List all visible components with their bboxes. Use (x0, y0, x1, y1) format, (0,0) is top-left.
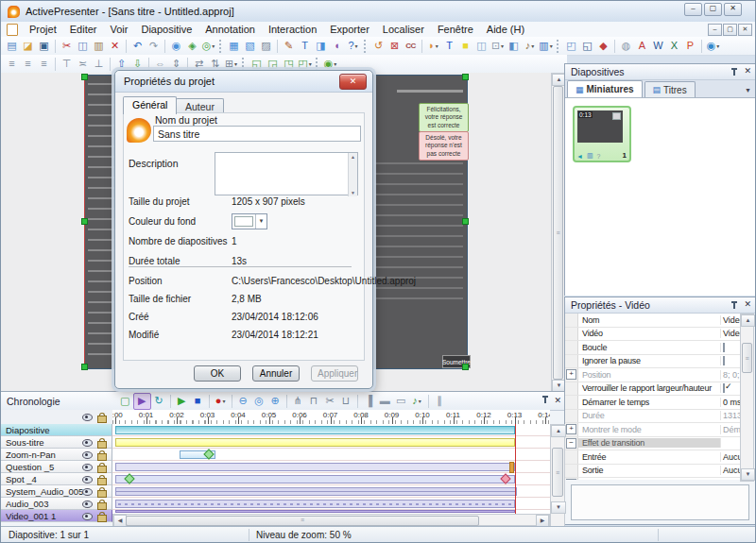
orange-tick-marker[interactable] (509, 462, 514, 473)
tl-mute-button[interactable]: ▭ (393, 394, 409, 409)
scroll-up-icon[interactable]: ▲ (552, 74, 564, 86)
property-montrer-le-mode[interactable]: +Montrer le modeDémar (565, 423, 753, 437)
minimize-button[interactable]: ‒ (684, 3, 702, 16)
close-button[interactable]: ✕ (724, 3, 742, 16)
annuler-button[interactable]: Annuler (252, 365, 300, 382)
zoom-fit-button[interactable]: ◈ (184, 39, 200, 54)
expander-icon[interactable]: − (566, 479, 576, 480)
zoom-select-dropdown-icon[interactable]: ▾ (212, 42, 215, 49)
toolbar-grip[interactable] (557, 40, 559, 53)
tab-titres[interactable]: ▤Titres (644, 81, 696, 97)
track-question-5[interactable]: Question _5 (1, 461, 112, 473)
track-spot-4[interactable]: Spot _4 (1, 473, 112, 485)
track-visibility-icon[interactable] (82, 501, 93, 508)
pin-icon[interactable] (730, 301, 738, 309)
menu-diapositive[interactable]: Diapositive (134, 23, 198, 36)
track-visibility-icon[interactable] (82, 488, 93, 496)
property-nom[interactable]: NomVideo_0 (565, 314, 753, 328)
text-caption-button[interactable]: T (441, 39, 457, 54)
cut-button[interactable]: ✂ (59, 39, 75, 54)
property-vid-o[interactable]: VidéoVideo_0 (565, 328, 753, 342)
timeline-bar-sous-titre[interactable] (115, 438, 515, 447)
track-diapositive[interactable]: Diapositive (1, 424, 112, 436)
record-screen-button[interactable]: ✎ (281, 39, 297, 54)
snap-grid-dropdown-icon[interactable]: ▾ (234, 60, 237, 67)
show-all-tracks-icon[interactable] (82, 414, 93, 421)
mdi-restore-button[interactable]: ▢ (723, 24, 737, 36)
track-visibility-icon[interactable] (82, 476, 93, 484)
ok-button[interactable]: OK (194, 365, 241, 382)
align-middle-button[interactable]: ≍ (75, 57, 91, 72)
tl-insert-time-button[interactable]: ⊔ (338, 394, 354, 409)
scroll-up-icon[interactable]: ▲ (351, 154, 355, 160)
timeline-vertical-scrollbar[interactable]: ▲ ≡ ▼ (550, 424, 565, 528)
timeline-horizontal-scrollbar[interactable]: ◀ ≡ ▶ (112, 514, 550, 526)
align-bottom-button[interactable]: ⊥ (91, 57, 107, 72)
order-dropdown-icon[interactable]: ▾ (309, 60, 312, 67)
expander-icon[interactable]: + (566, 424, 576, 434)
help-dropdown-icon[interactable]: ▾ (355, 42, 358, 49)
tl-preview-slide-button[interactable]: ▢ (117, 394, 133, 409)
export-html-button[interactable]: ◍ (618, 39, 634, 54)
scroll-down-icon[interactable]: ▼ (741, 468, 755, 481)
selection-handle[interactable] (462, 364, 469, 370)
menu-interaction[interactable]: Interaction (262, 23, 323, 36)
timeline-bar-video-001-1[interactable] (115, 510, 515, 513)
preview-button[interactable]: ◉▾ (705, 39, 721, 54)
track-visibility-icon[interactable] (82, 451, 93, 459)
audio-dropdown-icon[interactable]: ▾ (531, 42, 534, 49)
tab-general[interactable]: Général (123, 96, 177, 114)
timeline-ruler[interactable]: 0:000:010:020:030:040:050:060:070:080:09… (112, 410, 550, 425)
scroll-up-icon[interactable]: ▲ (551, 425, 566, 437)
closed-captions-button[interactable]: CC (403, 39, 419, 54)
selection-handle[interactable] (81, 74, 88, 80)
timeline-bar-audio-003[interactable] (115, 500, 515, 508)
stop-capture-button[interactable]: ⊠ (387, 39, 403, 54)
tab-auteur[interactable]: Auteur (176, 98, 224, 113)
dialog-close-button[interactable]: ✕ (339, 74, 367, 90)
selection-handle[interactable] (81, 218, 88, 225)
export-video-button[interactable]: ◰ (563, 39, 579, 54)
track-zoom-n-pan[interactable]: Zoom-n-Pan (1, 449, 112, 461)
scroll-thumb[interactable]: ≡ (126, 516, 479, 526)
tl-snap-button[interactable]: ∥ (432, 394, 448, 409)
tl-join-button[interactable]: ⊓ (306, 394, 322, 409)
crop-dropdown-icon[interactable]: ▾ (501, 42, 504, 49)
feedback-correct-callout[interactable]: Félicitations, votre réponse est correct… (419, 103, 469, 132)
lock-all-tracks-icon[interactable] (97, 416, 107, 423)
track-sous-titre[interactable]: Sous-titre (1, 436, 112, 449)
scroll-thumb[interactable]: ≡ (553, 86, 563, 380)
close-icon[interactable]: ✕ (554, 396, 561, 405)
selection-handle[interactable] (81, 364, 88, 370)
expander-icon[interactable]: + (566, 369, 576, 380)
property-grid-scrollbar[interactable]: ▲ ≡ ▼ (740, 314, 754, 482)
scroll-down-icon[interactable]: ▼ (552, 380, 564, 391)
menu-aide-h[interactable]: Aide (H) (480, 23, 531, 36)
open-project-button[interactable]: ◪ (20, 39, 36, 54)
tl-preview-from-button[interactable]: ▶ (133, 393, 151, 410)
textarea-scrollbar[interactable]: ▲▼ (348, 153, 357, 196)
tl-record-button[interactable]: ●▾ (213, 394, 229, 409)
zoom-button[interactable]: ◉ (168, 39, 184, 54)
track-lock-icon[interactable] (97, 453, 107, 461)
menu-fen-tre[interactable]: Fenêtre (431, 23, 480, 36)
checkbox-boucle[interactable] (723, 343, 725, 352)
menu-annotation[interactable]: Annotation (198, 23, 262, 36)
property-dur-e[interactable]: Durée13133 m (565, 410, 753, 424)
menu-voir[interactable]: Voir (104, 23, 135, 36)
track-video-001-1[interactable]: Video_001 1 (1, 510, 112, 522)
property-ignorer-la-pause[interactable]: Ignorer la pause (565, 355, 753, 369)
tl-zoom-in-button[interactable]: ⊕ (267, 394, 284, 409)
sync-button[interactable]: ↺ (370, 39, 387, 54)
audio-button[interactable]: ♪▾ (522, 39, 538, 54)
preview-dropdown-icon[interactable]: ▾ (716, 42, 719, 49)
align-right-button[interactable]: ≡ (36, 57, 52, 72)
export-word-button[interactable]: W (650, 39, 666, 54)
feedback-incorrect-callout[interactable]: Désolé, votre réponse n'est pas correcte (419, 131, 469, 161)
slide-thumbnail[interactable]: 0:13 ◄▥? 1 (573, 106, 631, 162)
property-entr-e[interactable]: EntréeAucun (565, 450, 753, 465)
track-lock-icon[interactable] (97, 466, 107, 473)
tl-play-button[interactable]: ▶ (174, 394, 190, 409)
slides-panel-header[interactable]: Diapositives ✕ (565, 64, 755, 80)
menu-projet[interactable]: Projet (23, 23, 63, 36)
